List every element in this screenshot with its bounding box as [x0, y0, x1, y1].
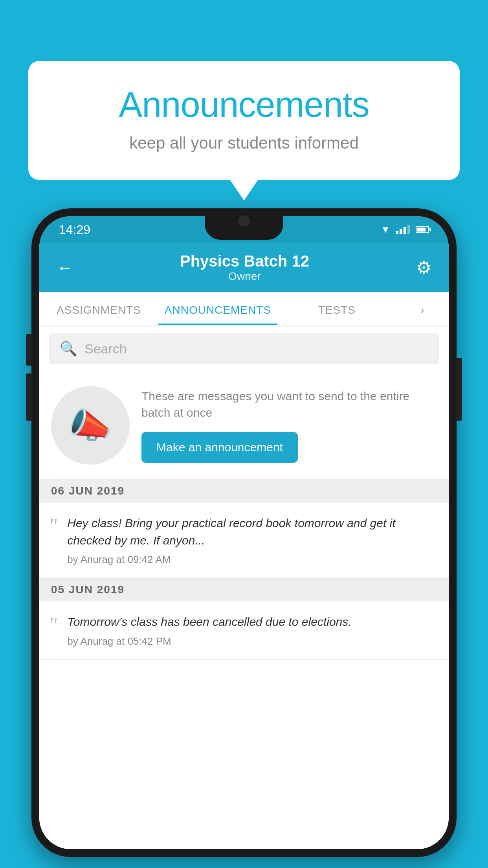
phone-volume-up-button	[26, 334, 31, 366]
quote-icon-1: "	[50, 516, 58, 537]
tab-tests[interactable]: TESTS	[277, 292, 396, 325]
battery-icon	[416, 226, 429, 233]
announcement-content-2: Tomorrow's class has been cancelled due …	[67, 613, 437, 647]
phone-power-button	[457, 358, 462, 421]
promo-description: These are messages you want to send to t…	[141, 388, 437, 421]
speech-bubble: Announcements keep all your students inf…	[28, 61, 460, 180]
tab-announcements[interactable]: ANNOUNCEMENTS	[158, 292, 277, 325]
announcement-item-1: " Hey class! Bring your practical record…	[39, 503, 449, 578]
phone-screen: 14:29 ▼ ← Phys	[39, 216, 449, 849]
phone-outer: 14:29 ▼ ← Phys	[31, 208, 457, 857]
wifi-icon: ▼	[381, 224, 390, 235]
announcement-meta-2: by Anurag at 05:42 PM	[67, 635, 437, 647]
megaphone-icon: 📣	[68, 405, 112, 446]
header-title-section: Physics Batch 12 Owner	[180, 252, 309, 283]
date-separator-2: 05 JUN 2019	[39, 578, 449, 601]
search-bar[interactable]: 🔍 Search	[49, 333, 439, 364]
phone-volume-down-button	[26, 373, 31, 421]
date-separator-1: 06 JUN 2019	[39, 479, 449, 503]
announcement-text-2: Tomorrow's class has been cancelled due …	[67, 613, 437, 631]
signal-icon	[396, 225, 410, 234]
announcement-meta-1: by Anurag at 09:42 AM	[67, 554, 437, 566]
promo-section: 📣 These are messages you want to send to…	[39, 372, 449, 479]
announcement-item-2: " Tomorrow's class has been cancelled du…	[39, 601, 449, 660]
settings-icon[interactable]: ⚙	[416, 257, 431, 278]
app-header: ← Physics Batch 12 Owner ⚙	[39, 243, 449, 292]
back-button[interactable]: ←	[57, 258, 73, 277]
content-area: 🔍 Search 📣 These are messages you want t…	[39, 326, 449, 849]
status-time: 14:29	[59, 223, 90, 237]
batch-role: Owner	[180, 270, 309, 283]
search-icon: 🔍	[60, 340, 77, 357]
announcements-subtitle: keep all your students informed	[60, 134, 428, 153]
search-container: 🔍 Search	[39, 326, 449, 372]
tab-more[interactable]: ›	[396, 292, 449, 325]
announcement-text-1: Hey class! Bring your practical record b…	[67, 515, 437, 549]
announcement-icon-circle: 📣	[51, 386, 130, 465]
make-announcement-button[interactable]: Make an announcement	[141, 432, 298, 463]
status-icons: ▼	[381, 224, 429, 235]
tab-bar: ASSIGNMENTS ANNOUNCEMENTS TESTS ›	[39, 292, 449, 326]
phone-mockup: 14:29 ▼ ← Phys	[31, 208, 457, 857]
search-placeholder-text: Search	[84, 341, 127, 357]
announcement-content-1: Hey class! Bring your practical record b…	[67, 515, 437, 566]
tab-assignments[interactable]: ASSIGNMENTS	[39, 292, 158, 325]
promo-right: These are messages you want to send to t…	[141, 388, 437, 463]
quote-icon-2: "	[50, 615, 58, 635]
speech-bubble-container: Announcements keep all your students inf…	[28, 61, 460, 180]
batch-title: Physics Batch 12	[180, 252, 309, 270]
announcements-title: Announcements	[60, 85, 428, 125]
phone-camera	[238, 215, 250, 226]
